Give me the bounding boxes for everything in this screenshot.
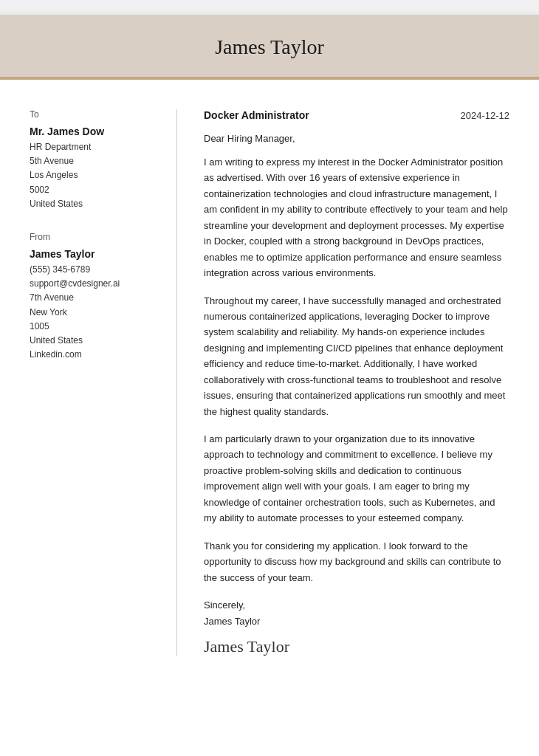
signature-cursive: James Taylor [204, 637, 509, 656]
list-item: 5th Avenue [30, 154, 154, 168]
closing-text: Sincerely, James Taylor [204, 597, 509, 630]
list-item: Throughout my career, I have successfull… [204, 293, 509, 420]
job-title: Docker Administrator [204, 109, 309, 121]
sender-name: James Taylor [30, 248, 154, 260]
job-date: 2024-12-12 [461, 110, 510, 121]
to-label: To [30, 109, 154, 120]
closing-name: James Taylor [204, 616, 260, 627]
list-item: Thank you for considering my application… [204, 538, 509, 585]
page: James Taylor To Mr. James Dow HR Departm… [0, 15, 539, 756]
list-item: 1005 [30, 320, 154, 334]
list-item: United States [30, 334, 154, 348]
job-title-row: Docker Administrator 2024-12-12 [204, 109, 509, 121]
list-item: Linkedin.com [30, 348, 154, 362]
closing: Sincerely, [204, 599, 245, 611]
right-column: Docker Administrator 2024-12-12 Dear Hir… [177, 109, 509, 656]
recipient-address: HR Department5th AvenueLos Angeles5002Un… [30, 140, 154, 211]
list-item: 7th Avenue [30, 291, 154, 305]
recipient-name: Mr. James Dow [30, 126, 154, 137]
list-item: Los Angeles [30, 168, 154, 182]
list-item: New York [30, 306, 154, 320]
body-paragraphs: I am writing to express my interest in t… [204, 154, 509, 585]
from-label: From [30, 232, 154, 242]
list-item: I am particularly drawn to your organiza… [204, 431, 509, 526]
content-area: To Mr. James Dow HR Department5th Avenue… [0, 80, 539, 686]
list-item: I am writing to express my interest in t… [204, 154, 509, 281]
list-item: United States [30, 197, 154, 211]
list-item: HR Department [30, 140, 154, 154]
sender-details: (555) 345-6789support@cvdesigner.ai7th A… [30, 263, 154, 362]
list-item: 5002 [30, 183, 154, 197]
greeting: Dear Hiring Manager, [204, 133, 509, 144]
left-column: To Mr. James Dow HR Department5th Avenue… [30, 109, 177, 656]
header: James Taylor [0, 15, 539, 77]
list-item: (555) 345-6789 [30, 263, 154, 277]
from-section: From James Taylor (555) 345-6789support@… [30, 232, 154, 362]
applicant-name: James Taylor [30, 35, 509, 59]
list-item: support@cvdesigner.ai [30, 277, 154, 291]
